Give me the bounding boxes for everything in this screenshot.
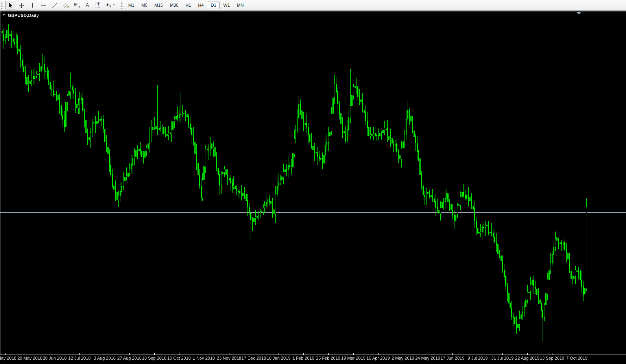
symbol-period-text: GBPUSD,Daily: [8, 13, 39, 18]
text-tool-button[interactable]: A: [82, 1, 92, 9]
axis-date-label: 1 Nov 2018: [193, 356, 215, 360]
axis-date-label: 31 Jul 2019: [491, 356, 514, 360]
horizontal-line-tool-button[interactable]: [38, 1, 48, 9]
axis-date-label: 7 Oct 2019: [566, 356, 587, 360]
axis-date-label: 27 Aug 2018: [117, 356, 142, 360]
axis-date-label: 1 Feb 2019: [292, 356, 314, 360]
timeframe-button-m1[interactable]: M1: [125, 2, 137, 9]
text-label-icon: T: [96, 2, 101, 8]
chart-area: ▼ GBPUSD,Daily 7 May 201829 May 201820 J…: [0, 11, 626, 364]
axis-date-label: 9 Jul 2019: [468, 356, 488, 360]
axis-date-label: 10 Apr 2019: [366, 356, 390, 360]
axis-date-label: 3 Aug 2018: [94, 356, 116, 360]
axis-date-label: 19 Mar 2019: [341, 356, 366, 360]
axis-date-label: 13 Sep 2019: [540, 356, 564, 360]
axis-date-label: 20 Jun 2018: [43, 356, 67, 360]
timeframe-button-d1[interactable]: D1: [208, 2, 220, 9]
axis-date-label: 22 Aug 2019: [515, 356, 539, 360]
axis-date-label: 10 Oct 2018: [167, 356, 191, 360]
timeframe-button-h1[interactable]: H1: [182, 2, 194, 9]
axis-date-label: 17 Jun 2019: [441, 356, 465, 360]
crosshair-tool-button[interactable]: [16, 1, 26, 9]
timeframe-button-m5[interactable]: M5: [138, 2, 150, 9]
arrows-icon: [106, 2, 112, 8]
axis-date-label: 23 Nov 2018: [217, 356, 241, 360]
timeframe-button-w1[interactable]: W1: [220, 2, 233, 9]
chart-symbol-label[interactable]: ▼ GBPUSD,Daily: [2, 13, 39, 18]
time-axis: 7 May 201829 May 201820 Jun 201812 Jul 2…: [0, 356, 626, 364]
axis-date-label: 25 Feb 2019: [316, 356, 340, 360]
trendline-tool-button[interactable]: [49, 1, 59, 9]
toolbar: E F A T ▾ M1 M5 M15 M30 H1: [0, 0, 626, 11]
mt4-window: E F A T ▾ M1 M5 M15 M30 H1: [0, 0, 626, 364]
timeframe-toolbar-grip[interactable]: [121, 2, 123, 9]
axis-date-label: 7 May 2018: [0, 356, 17, 360]
horizontal-line-icon: [41, 2, 46, 8]
text-label-tool-button[interactable]: T: [93, 1, 103, 9]
arrows-tool-button[interactable]: ▾: [104, 1, 118, 9]
arrows-dropdown-caret[interactable]: ▾: [112, 4, 116, 7]
axis-date-label: 29 May 2018: [17, 356, 42, 360]
timeframe-group: M1 M5 M15 M30 H1 H4 D1 W1 MN: [125, 2, 247, 9]
cursor-icon: [7, 2, 13, 8]
axis-date-label: 10 Jan 2019: [267, 356, 291, 360]
axis-date-label: 24 May 2019: [415, 356, 440, 360]
fibonacci-tool-button[interactable]: F: [71, 1, 81, 9]
crosshair-icon: [18, 2, 24, 8]
cursor-tool-button[interactable]: [5, 1, 15, 9]
timeframe-button-m15[interactable]: M15: [151, 2, 166, 9]
axis-date-label: 12 Jul 2018: [68, 356, 91, 360]
toolbar-grip[interactable]: [1, 2, 3, 9]
price-chart-canvas[interactable]: [0, 11, 626, 364]
trendline-icon: [52, 2, 57, 8]
fibonacci-badge: F: [79, 6, 80, 9]
vertical-line-icon: [30, 2, 35, 8]
axis-date-label: 18 Sep 2018: [142, 356, 166, 360]
text-tool-icon: A: [86, 3, 89, 7]
vertical-line-tool-button[interactable]: [27, 1, 37, 9]
axis-date-label: 17 Dec 2018: [242, 356, 266, 360]
equidistant-channel-tool-button[interactable]: E: [60, 1, 70, 9]
channel-badge: E: [67, 6, 69, 9]
timeframe-button-m30[interactable]: M30: [167, 2, 181, 9]
chevron-down-icon: ▼: [2, 14, 6, 17]
timeframe-button-mn[interactable]: MN: [234, 2, 247, 9]
axis-date-label: 2 May 2019: [391, 356, 414, 360]
timeframe-button-h4[interactable]: H4: [195, 2, 207, 9]
